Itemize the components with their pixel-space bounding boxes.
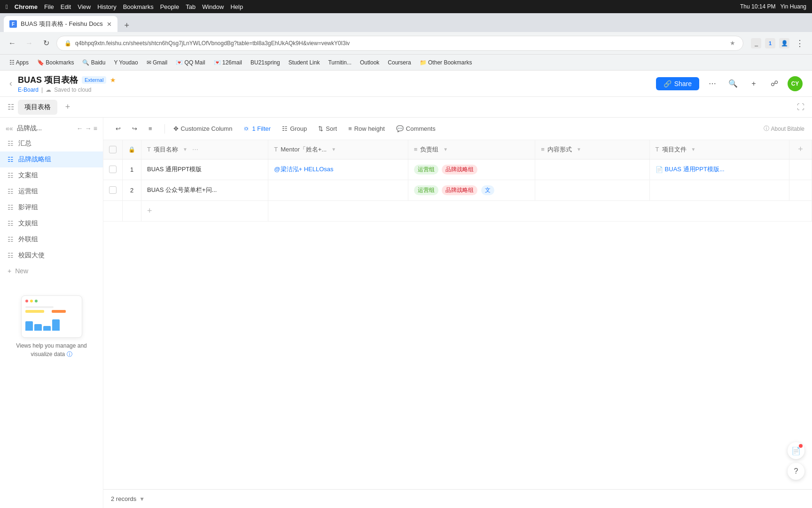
bookmark-outlook[interactable]: Outlook bbox=[356, 57, 383, 68]
th-neirong[interactable]: ≡ 内容形式 ▼ bbox=[535, 140, 649, 159]
tab-project-table[interactable]: 项目表格 bbox=[18, 100, 57, 115]
row-1-wenjian[interactable]: 📄 BUAS 通用PPT模版... bbox=[649, 159, 789, 180]
sidebar-item-wenan[interactable]: ☷ 文案组 bbox=[0, 167, 103, 183]
menu-window[interactable]: Window bbox=[202, 3, 224, 10]
views-icon[interactable]: ☷ bbox=[8, 103, 14, 111]
bookmark-bookmarks[interactable]: 🔖 Bookmarks bbox=[33, 57, 78, 68]
undo-toolbar-button[interactable]: ↩ bbox=[111, 123, 125, 135]
bookmark-youdao[interactable]: Y Youdao bbox=[110, 57, 141, 68]
breadcrumb-parent[interactable]: E-Board bbox=[18, 87, 39, 93]
menu-people[interactable]: People bbox=[160, 3, 179, 10]
filter-button[interactable]: ⛭ 1 Filter bbox=[239, 123, 275, 135]
th-project-name[interactable]: T 项目名称 ▼ ⋯ bbox=[141, 140, 268, 159]
row-2-wenjian[interactable] bbox=[649, 180, 789, 200]
expand-button[interactable]: ⛶ bbox=[797, 103, 804, 111]
bookmark-gmail[interactable]: ✉ Gmail bbox=[143, 57, 172, 68]
th-mentor[interactable]: T Mentor「姓名+... ▼ bbox=[268, 140, 408, 159]
bookmark-qqmail[interactable]: 💌 QQ Mail bbox=[172, 57, 209, 68]
row-1-neirong[interactable] bbox=[535, 159, 649, 180]
row-1-mentor[interactable]: @梁洁泓+ HELLOsas bbox=[268, 159, 408, 180]
redo-toolbar-button[interactable]: ↪ bbox=[127, 123, 142, 135]
comments-button[interactable]: 💬 Comments bbox=[391, 123, 440, 135]
ext-icon-1[interactable]: ⎯ bbox=[751, 38, 761, 48]
menu-history[interactable]: History bbox=[97, 3, 116, 10]
row-checkbox-1[interactable] bbox=[103, 159, 123, 180]
about-bitable-link[interactable]: ⓘ About Bitable bbox=[764, 125, 804, 133]
illustration-help-icon[interactable]: ⓘ bbox=[67, 351, 72, 357]
collapse-sidebar-button[interactable]: «« bbox=[6, 125, 13, 132]
bookmark-apps[interactable]: ☷ Apps bbox=[6, 57, 32, 68]
th-wenjian[interactable]: T 项目文件 ▼ bbox=[649, 140, 789, 159]
bookmark-other[interactable]: 📁 Other Bookmarks bbox=[416, 57, 476, 68]
col-wenjian-arrow[interactable]: ▼ bbox=[691, 147, 696, 152]
col-fuzeren-arrow[interactable]: ▼ bbox=[443, 147, 448, 152]
filter-sidebar-button[interactable]: ≡ bbox=[94, 125, 97, 132]
sidebar-item-yunying[interactable]: ☷ 运营组 bbox=[0, 183, 103, 199]
menu-edit[interactable]: Edit bbox=[61, 3, 71, 10]
row-height-button[interactable]: ≡ Row height bbox=[344, 123, 390, 135]
reload-button[interactable]: ↻ bbox=[39, 37, 53, 50]
records-count[interactable]: 2 records ▼ bbox=[111, 495, 145, 502]
filter-toolbar-button[interactable]: ≡ bbox=[144, 123, 157, 135]
select-all-checkbox[interactable] bbox=[109, 146, 117, 153]
search-button[interactable]: 🔍 bbox=[726, 76, 741, 91]
menu-bookmarks[interactable]: Bookmarks bbox=[123, 3, 154, 10]
sort-button[interactable]: ⇅ Sort bbox=[313, 123, 342, 135]
tab-close-button[interactable]: ✕ bbox=[107, 21, 112, 28]
row-2-checkbox[interactable] bbox=[109, 186, 117, 194]
row-2-neirong[interactable] bbox=[535, 180, 649, 200]
avatar[interactable]: CY bbox=[788, 76, 803, 91]
row-checkbox-2[interactable] bbox=[103, 180, 123, 200]
bookmark-coursera[interactable]: Coursera bbox=[384, 57, 414, 68]
forward-button[interactable]: → bbox=[23, 37, 36, 50]
url-bar[interactable]: 🔒 q4bhpq9xtn.feishu.cn/sheets/shtcn6hQsg… bbox=[56, 36, 743, 51]
menu-tab[interactable]: Tab bbox=[186, 3, 195, 10]
add-row-cell[interactable]: + bbox=[141, 200, 268, 221]
row-2-name[interactable]: BUAS 公众号菜单栏+问... bbox=[141, 180, 268, 200]
location-button[interactable]: ☍ bbox=[767, 76, 782, 91]
ext-icon-profile[interactable]: 👤 bbox=[779, 38, 789, 48]
add-button[interactable]: + bbox=[746, 76, 761, 91]
col-dropdown-arrow[interactable]: ▼ bbox=[183, 147, 187, 152]
col-mentor-arrow[interactable]: ▼ bbox=[331, 147, 336, 152]
apple-logo[interactable]:  bbox=[6, 3, 8, 10]
row-1-fuzeren[interactable]: 运营组 品牌战略组 bbox=[408, 159, 535, 180]
undo-button[interactable]: ← bbox=[77, 125, 83, 132]
records-dropdown-arrow[interactable]: ▼ bbox=[139, 496, 145, 502]
sidebar-item-pinpai[interactable]: ☷ 品牌战略组 bbox=[0, 151, 103, 167]
customize-column-button[interactable]: ✥ Customize Column bbox=[169, 123, 237, 135]
th-add-column[interactable]: + bbox=[789, 140, 812, 159]
row-2-fuzeren[interactable]: 运营组 品牌战略组 文 bbox=[408, 180, 535, 200]
menu-help[interactable]: Help bbox=[230, 3, 243, 10]
browser-menu-button[interactable]: ⋮ bbox=[793, 37, 806, 50]
group-button[interactable]: ☷ Group bbox=[277, 123, 312, 135]
ext-icon-2[interactable]: 1 bbox=[765, 38, 775, 48]
col-neirong-arrow[interactable]: ▼ bbox=[577, 147, 581, 152]
bookmark-baidu[interactable]: 🔍 Baidu bbox=[78, 57, 109, 68]
redo-button[interactable]: → bbox=[85, 125, 92, 132]
sidebar-item-xiaoyuan[interactable]: ☷ 校园大使 bbox=[0, 247, 103, 263]
menu-chrome[interactable]: Chrome bbox=[15, 3, 38, 10]
menu-file[interactable]: File bbox=[44, 3, 54, 10]
float-document-button[interactable]: 📄 bbox=[788, 442, 804, 459]
browser-tab-active[interactable]: F BUAS 项目表格 - Feishu Docs ✕ bbox=[4, 16, 117, 32]
sidebar-item-yingping[interactable]: ☷ 影评组 bbox=[0, 199, 103, 215]
back-button[interactable]: ← bbox=[6, 37, 19, 50]
row-2-mentor[interactable] bbox=[268, 180, 408, 200]
share-button[interactable]: 🔗 Share bbox=[656, 77, 699, 90]
float-help-button[interactable]: ? bbox=[788, 463, 804, 480]
star-icon[interactable]: ★ bbox=[110, 76, 116, 84]
more-options-button[interactable]: ⋯ bbox=[705, 76, 720, 91]
bookmark-bu21[interactable]: BU21spring bbox=[247, 57, 284, 68]
menu-view[interactable]: View bbox=[78, 3, 91, 10]
sidebar-item-wenjuan[interactable]: ☷ 文娱组 bbox=[0, 215, 103, 231]
row-1-checkbox[interactable] bbox=[109, 166, 117, 173]
bookmark-turnitin[interactable]: Turnitin... bbox=[324, 57, 355, 68]
bookmark-student[interactable]: Student Link bbox=[285, 57, 324, 68]
bookmark-126mail[interactable]: 💌 126mail bbox=[210, 57, 246, 68]
file-link-1[interactable]: 📄 BUAS 通用PPT模版... bbox=[656, 165, 783, 174]
new-tab-button[interactable]: + bbox=[120, 19, 133, 32]
col-more-icon[interactable]: ⋯ bbox=[192, 146, 198, 153]
sidebar-item-wailiang[interactable]: ☷ 外联组 bbox=[0, 231, 103, 247]
new-view-button[interactable]: + New bbox=[0, 263, 103, 278]
